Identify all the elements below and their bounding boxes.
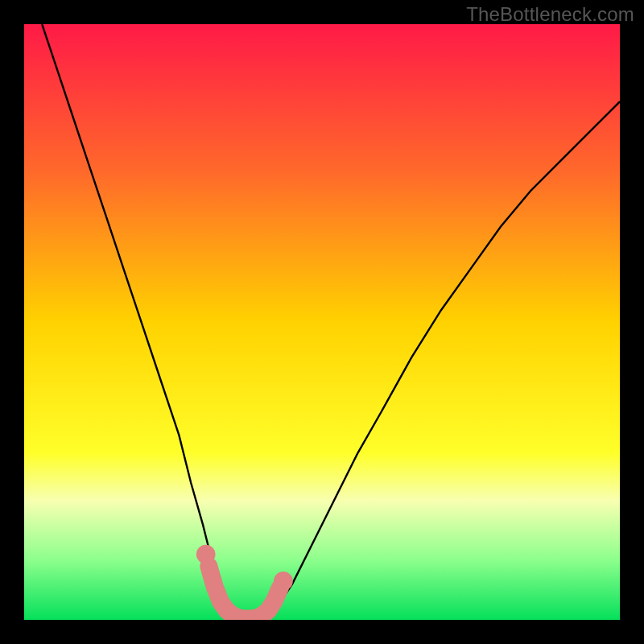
chart-container: TheBottleneck.com [0,0,644,644]
gradient-background [24,24,620,620]
attribution-watermark: TheBottleneck.com [466,3,634,26]
dot-left [196,545,216,564]
plot-area [24,24,620,620]
chart-svg [24,24,620,620]
dot-right [274,572,293,591]
